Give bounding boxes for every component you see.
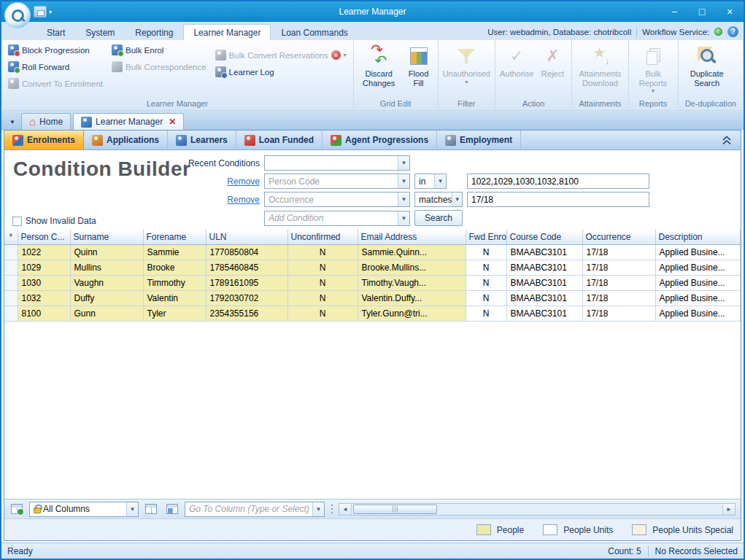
block-progression-button[interactable]: Block Progression (4, 42, 107, 58)
cell-uln[interactable]: 1770850804 (206, 244, 287, 260)
goto-column-select[interactable]: Go To Column (Type or Select) ▼ (185, 502, 325, 517)
cell-fwd-enrol[interactable]: N (466, 290, 506, 306)
minimize-button[interactable]: − (660, 2, 688, 21)
row-selector[interactable] (4, 275, 18, 290)
cell-surname[interactable]: Quinn (70, 244, 143, 260)
show-invalid-data-checkbox[interactable] (12, 217, 22, 226)
column-header-occurrence[interactable]: Occurrence (582, 230, 655, 244)
cell-surname[interactable]: Vaughn (70, 275, 143, 290)
bulk-enrol-button[interactable]: Bulk Enrol (107, 42, 211, 58)
cell-unconfirmed[interactable]: N (287, 306, 358, 321)
cell-uln[interactable]: 1785460845 (206, 260, 287, 275)
column-header-forename[interactable]: Forename (143, 230, 206, 244)
cell-forename[interactable]: Tyler (143, 306, 206, 321)
close-button[interactable]: × (716, 2, 744, 21)
tab-list-dropdown-button[interactable]: ▼ (6, 114, 19, 130)
ribbon-tab-start[interactable]: Start (36, 24, 75, 40)
condition-operator-select-2[interactable]: matches ▼ (414, 192, 463, 207)
learner-log-button[interactable]: Learner Log (211, 63, 351, 80)
cell-occurrence[interactable]: 17/18 (582, 306, 655, 321)
help-icon[interactable]: ? (727, 26, 738, 37)
recent-conditions-select[interactable]: ▼ (264, 155, 410, 171)
column-layout-button[interactable] (163, 501, 181, 517)
cell-surname[interactable]: Mullins (70, 260, 143, 275)
cell-unconfirmed[interactable]: N (287, 290, 358, 306)
cell-email[interactable]: Sammie.Quinn... (358, 244, 466, 260)
ribbon-tab-system[interactable]: System (75, 24, 125, 40)
show-invalid-data-control[interactable]: Show Invalid Data (12, 216, 96, 226)
cell-unconfirmed[interactable]: N (287, 260, 358, 275)
table-row[interactable]: 8100 Gunn Tyler 2354355156 N Tyler.Gunn@… (4, 306, 741, 321)
column-header-description[interactable]: Description (655, 230, 741, 244)
column-visibility-button[interactable] (142, 501, 160, 517)
scrollbar-thumb[interactable] (353, 505, 437, 514)
app-logo-icon[interactable] (4, 2, 31, 28)
cell-person-code[interactable]: 1022 (18, 244, 70, 260)
subtab-applications[interactable]: Applications (84, 131, 168, 149)
cell-occurrence[interactable]: 17/18 (582, 275, 655, 290)
cell-fwd-enrol[interactable]: N (466, 306, 506, 321)
row-selector[interactable] (4, 306, 18, 321)
table-row[interactable]: 1030 Vaughn Timmothy 1789161095 N Timoth… (4, 275, 741, 290)
ribbon-tab-loan-commands[interactable]: Loan Commands (271, 24, 358, 40)
cell-forename[interactable]: Timmothy (143, 275, 206, 290)
subtab-learners[interactable]: Learners (168, 131, 236, 149)
condition-value-input-2[interactable] (467, 192, 649, 207)
remove-condition-link-1[interactable]: Remove (227, 176, 260, 187)
scroll-right-icon[interactable]: ► (722, 504, 735, 515)
quick-access-caret-icon[interactable]: ▾ (49, 9, 52, 15)
flood-fill-button[interactable]: Flood Fill (402, 42, 436, 88)
cell-person-code[interactable]: 1029 (18, 260, 70, 275)
column-header-course-code[interactable]: Course Code (506, 230, 582, 244)
cell-person-code[interactable]: 1032 (18, 290, 70, 306)
column-header-uln[interactable]: ULN (206, 230, 287, 244)
cell-fwd-enrol[interactable]: N (466, 260, 506, 275)
column-header-unconfirmed[interactable]: Unconfirmed (287, 230, 358, 244)
cell-fwd-enrol[interactable]: N (466, 244, 506, 260)
cell-email[interactable]: Timothy.Vaugh... (358, 275, 466, 290)
roll-forward-button[interactable]: Roll Forward (4, 58, 107, 75)
add-condition-select[interactable]: Add Condition ▼ (264, 211, 410, 226)
cell-uln[interactable]: 2354355156 (206, 306, 287, 321)
cell-occurrence[interactable]: 17/18 (582, 290, 655, 306)
subtab-agent-progressions[interactable]: Agent Progressions (323, 131, 437, 149)
column-header-email-address[interactable]: Email Address (358, 230, 466, 244)
cell-email[interactable]: Valentin.Duffy... (358, 290, 466, 306)
cell-course-code[interactable]: BMAABC3101 (506, 260, 582, 275)
scroll-left-icon[interactable]: ◄ (339, 504, 352, 515)
tab-home[interactable]: ⌂ Home (21, 113, 71, 130)
cell-description[interactable]: Applied Busine... (655, 260, 741, 275)
remove-condition-link-2[interactable]: Remove (227, 195, 260, 205)
cell-description[interactable]: Applied Busine... (655, 290, 741, 306)
collapse-panel-button[interactable] (713, 131, 741, 149)
table-row[interactable]: 1022 Quinn Sammie 1770850804 N Sammie.Qu… (4, 244, 741, 260)
row-selector[interactable] (4, 260, 18, 275)
cell-course-code[interactable]: BMAABC3101 (506, 306, 582, 321)
subtab-employment[interactable]: Employment (437, 131, 521, 149)
cell-occurrence[interactable]: 17/18 (582, 260, 655, 275)
subtab-loan-funded[interactable]: Loan Funded (236, 131, 323, 149)
cell-description[interactable]: Applied Busine... (655, 275, 741, 290)
cell-fwd-enrol[interactable]: N (466, 275, 506, 290)
save-icon[interactable] (34, 6, 47, 18)
cell-surname[interactable]: Duffy (70, 290, 143, 306)
column-header-selector[interactable]: * (4, 230, 18, 244)
grid-options-button[interactable] (8, 501, 26, 517)
cell-forename[interactable]: Sammie (143, 244, 206, 260)
row-selector[interactable] (4, 244, 18, 260)
cell-forename[interactable]: Valentin (143, 290, 206, 306)
discard-changes-button[interactable]: Discard Changes (356, 42, 402, 88)
cell-unconfirmed[interactable]: N (287, 275, 358, 290)
row-selector[interactable] (4, 290, 18, 306)
condition-operator-select-1[interactable]: in ▼ (414, 174, 447, 189)
cell-course-code[interactable]: BMAABC3101 (506, 244, 582, 260)
search-button[interactable]: Search (414, 210, 463, 226)
column-header-fwd-enrol[interactable]: Fwd Enrol (466, 230, 506, 244)
horizontal-scrollbar[interactable]: ◄ ► (339, 503, 736, 516)
column-header-person-code[interactable]: Person C... (18, 230, 70, 244)
cell-occurrence[interactable]: 17/18 (582, 244, 655, 260)
cell-uln[interactable]: 1789161095 (206, 275, 287, 290)
cell-email[interactable]: Brooke.Mullins... (358, 260, 466, 275)
cell-person-code[interactable]: 8100 (18, 306, 70, 321)
cell-email[interactable]: Tyler.Gunn@tri... (358, 306, 466, 321)
